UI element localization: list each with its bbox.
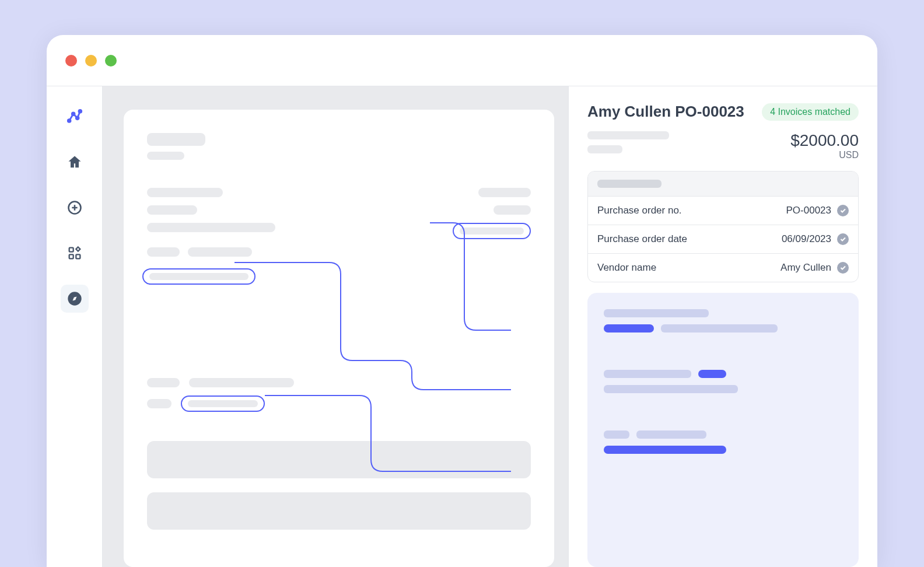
sidebar-add[interactable] [61, 194, 89, 222]
field-label: Vendor name [597, 262, 656, 274]
skeleton-line [604, 370, 691, 378]
sidebar-explore[interactable] [61, 285, 89, 313]
app-body: Amy Cullen PO-00023 4 Invoices matched $… [47, 86, 877, 567]
traffic-lights [65, 55, 117, 66]
fields-card: Purchase order no. PO-00023 Purchase ord… [587, 171, 859, 282]
skeleton-line [636, 430, 706, 439]
check-icon [837, 233, 849, 245]
highlighted-field-2[interactable] [142, 268, 256, 285]
app-window: Amy Cullen PO-00023 4 Invoices matched $… [47, 35, 877, 567]
apps-icon [66, 245, 83, 261]
sidebar-logo[interactable] [61, 103, 89, 131]
skeleton-line [147, 399, 172, 408]
skeleton-line [188, 247, 252, 257]
check-icon [837, 262, 849, 274]
close-window-button[interactable] [65, 55, 77, 66]
highlighted-field-3[interactable] [181, 396, 265, 412]
svg-rect-5 [69, 248, 73, 252]
field-row-vendor: Vendor name Amy Cullen [588, 253, 858, 282]
skeleton-line [189, 378, 294, 387]
field-label: Purchase order date [597, 233, 687, 245]
logo-icon [66, 108, 83, 125]
sidebar [47, 86, 103, 567]
extracted-highlight [604, 324, 654, 332]
field-value: Amy Cullen [780, 262, 831, 274]
skeleton-line [587, 145, 622, 153]
skeleton-line [147, 205, 197, 215]
skeleton-line [597, 180, 662, 188]
svg-rect-6 [69, 254, 73, 258]
extracted-highlight [604, 446, 726, 454]
field-row-po-date: Purchase order date 06/09/2023 [588, 225, 858, 253]
field-row-po-number: Purchase order no. PO-00023 [588, 196, 858, 225]
amount-currency: USD [790, 150, 859, 160]
home-icon [66, 154, 83, 170]
skeleton-line [604, 430, 629, 439]
skeleton-line [147, 378, 180, 387]
skeleton-line [147, 247, 180, 257]
skeleton-block [147, 492, 531, 530]
plus-circle-icon [66, 200, 83, 216]
titlebar [47, 35, 877, 86]
skeleton-line [147, 152, 184, 160]
highlighted-field-1[interactable] [453, 223, 531, 239]
details-header: Amy Cullen PO-00023 4 Invoices matched [587, 103, 859, 121]
skeleton-line [147, 188, 223, 197]
document-preview [124, 110, 554, 567]
check-icon [837, 205, 849, 216]
skeleton-line [604, 309, 709, 317]
match-badge: 4 Invoices matched [762, 103, 859, 121]
extracted-info-panel [587, 293, 859, 567]
document-preview-area [103, 86, 568, 567]
maximize-window-button[interactable] [105, 55, 117, 66]
po-title: Amy Cullen PO-00023 [587, 103, 744, 121]
card-header [588, 172, 858, 196]
skeleton-line [604, 385, 738, 393]
skeleton-line [147, 133, 205, 146]
compass-icon [66, 290, 83, 307]
amount-value: $2000.00 [790, 131, 859, 150]
field-label: Purchase order no. [597, 205, 682, 216]
skeleton-line [494, 205, 531, 215]
minimize-window-button[interactable] [85, 55, 97, 66]
extracted-highlight [698, 370, 726, 378]
field-value: PO-00023 [786, 205, 832, 216]
main-content: Amy Cullen PO-00023 4 Invoices matched $… [103, 86, 877, 567]
details-panel: Amy Cullen PO-00023 4 Invoices matched $… [568, 86, 877, 567]
skeleton-line [478, 188, 531, 197]
skeleton-block [147, 441, 531, 478]
sidebar-apps[interactable] [61, 239, 89, 267]
skeleton-line [147, 223, 275, 232]
field-value: 06/09/2023 [782, 233, 831, 245]
skeleton-line [661, 324, 778, 332]
sidebar-home[interactable] [61, 148, 89, 176]
svg-rect-7 [76, 254, 80, 258]
skeleton-line [587, 131, 669, 139]
amount-row: $2000.00 USD [587, 131, 859, 160]
